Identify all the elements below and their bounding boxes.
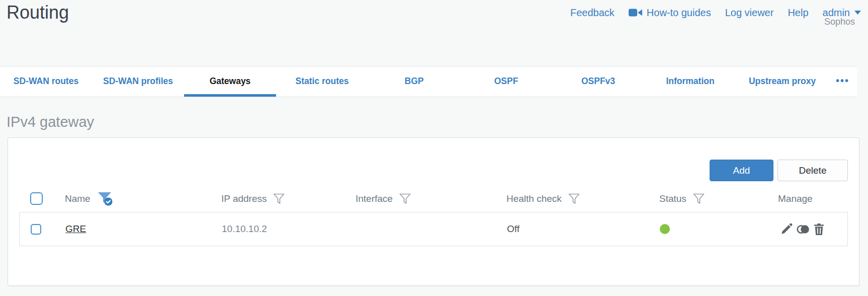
row-manage-cell — [767, 223, 847, 235]
column-label-status: Status — [659, 193, 686, 204]
brand-label: Sophos — [824, 17, 855, 27]
row-select-cell — [20, 224, 54, 235]
row-status-cell — [649, 224, 767, 234]
health-check-value: Off — [507, 224, 519, 235]
column-header-ip-address: IP address — [210, 193, 344, 204]
help-label: Help — [788, 7, 808, 19]
ip-address-value: 10.10.10.2 — [222, 224, 267, 235]
column-header-status: Status — [648, 193, 767, 204]
help-link[interactable]: Help — [788, 7, 808, 19]
tab-information[interactable]: Information — [644, 66, 736, 97]
filter-funnel-icon[interactable] — [568, 193, 580, 204]
filter-funnel-icon[interactable] — [273, 193, 285, 204]
filter-funnel-icon[interactable] — [693, 193, 705, 204]
tab-static-routes[interactable]: Static routes — [276, 66, 368, 97]
trash-icon[interactable] — [814, 224, 824, 235]
howto-guides-label: How-to guides — [647, 7, 711, 19]
column-label-interface: Interface — [356, 193, 393, 204]
row-checkbox[interactable] — [31, 224, 41, 235]
column-header-manage: Manage — [767, 193, 848, 204]
row-health-check-cell: Off — [496, 224, 649, 235]
status-green-dot — [660, 224, 670, 234]
feedback-label: Feedback — [570, 7, 615, 19]
select-all-cell — [19, 192, 54, 205]
row-name-cell: GRE — [54, 224, 211, 235]
row-ip-cell: 10.10.10.2 — [211, 224, 345, 235]
section-heading: IPv4 gateway — [7, 114, 94, 130]
column-label-manage: Manage — [778, 193, 813, 204]
tab-ospfv3[interactable]: OSPFv3 — [552, 66, 644, 97]
select-all-checkbox[interactable] — [30, 192, 43, 205]
howto-guides-link[interactable]: How-to guides — [629, 7, 711, 19]
table-row: GRE 10.10.10.2 Off — [20, 212, 847, 246]
delete-button[interactable]: Delete — [777, 160, 848, 181]
column-header-health-check: Health check — [495, 193, 648, 204]
log-viewer-link[interactable]: Log viewer — [725, 7, 774, 19]
feedback-link[interactable]: Feedback — [570, 7, 615, 19]
tab-bar: SD-WAN routes SD-WAN profiles Gateways S… — [0, 66, 857, 97]
tab-sdwan-routes[interactable]: SD-WAN routes — [0, 66, 92, 97]
column-label-name: Name — [65, 193, 91, 204]
column-label-ip-address: IP address — [221, 193, 267, 204]
column-label-health-check: Health check — [506, 193, 562, 204]
tab-ospf[interactable]: OSPF — [460, 66, 552, 97]
tab-gateways[interactable]: Gateways — [184, 66, 276, 97]
tab-bgp[interactable]: BGP — [368, 66, 460, 97]
page-title: Routing — [7, 0, 69, 25]
tab-sdwan-profiles[interactable]: SD-WAN profiles — [92, 66, 184, 97]
log-viewer-label: Log viewer — [725, 7, 774, 19]
video-camera-icon — [629, 8, 642, 17]
column-header-interface: Interface — [344, 193, 495, 204]
filter-funnel-icon[interactable] — [399, 193, 411, 204]
ipv4-gateway-panel: Add Delete Name IP address Interface — [8, 137, 859, 286]
chevron-down-icon — [854, 11, 861, 15]
tabs-overflow-button[interactable]: ••• — [828, 66, 857, 97]
pencil-icon[interactable] — [780, 223, 793, 235]
table-toolbar: Add Delete — [710, 160, 848, 181]
table-header-row: Name IP address Interface Health check — [19, 185, 848, 212]
clone-icon[interactable] — [797, 224, 810, 235]
filter-funnel-checked-icon[interactable] — [97, 191, 114, 206]
tab-upstream-proxy[interactable]: Upstream proxy — [736, 66, 828, 97]
table-body: GRE 10.10.10.2 Off — [19, 212, 848, 246]
add-button[interactable]: Add — [710, 160, 773, 181]
column-header-name: Name — [54, 191, 210, 206]
top-nav: Feedback How-to guides Log viewer Help a… — [570, 0, 861, 25]
gateway-name-link[interactable]: GRE — [65, 224, 86, 235]
